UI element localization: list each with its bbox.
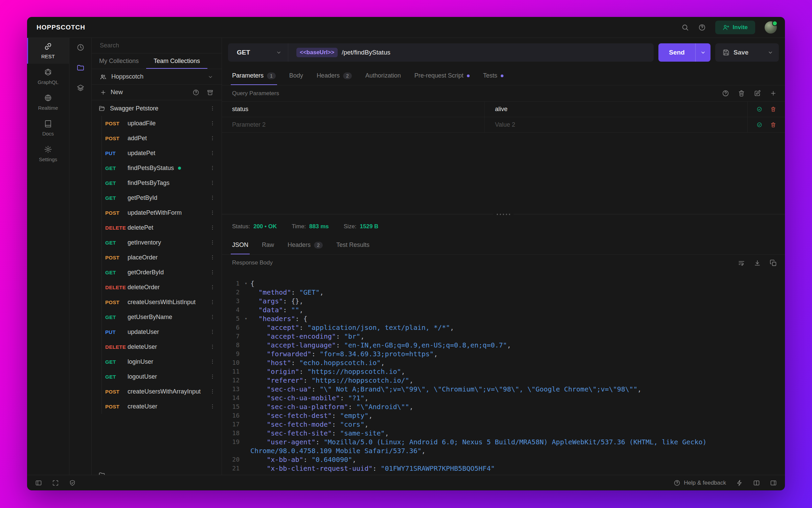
collections-tab-team-collections[interactable]: Team Collections bbox=[146, 54, 207, 69]
request-item-updatePet[interactable]: PUTupdatePet bbox=[92, 146, 222, 161]
url-input[interactable]: <<baseUrl>> /pet/findByStatus bbox=[288, 43, 654, 62]
request-item-deleteOrder[interactable]: DELETEdeleteOrder bbox=[92, 280, 222, 295]
kebab-menu-icon[interactable] bbox=[209, 135, 216, 141]
param-key-input[interactable]: status bbox=[222, 102, 485, 117]
shortcuts-icon[interactable] bbox=[736, 480, 743, 486]
kebab-menu-icon[interactable] bbox=[209, 225, 216, 231]
collection-folder[interactable]: Swagger Petstore bbox=[92, 101, 222, 116]
request-item-uploadFile[interactable]: POSTuploadFile bbox=[92, 116, 222, 131]
collections-search-input[interactable] bbox=[100, 42, 213, 49]
param-active-toggle-icon[interactable] bbox=[757, 106, 762, 113]
sidebar-toggle-icon[interactable] bbox=[35, 480, 42, 486]
request-item-getOrderById[interactable]: GETgetOrderById bbox=[92, 265, 222, 280]
kebab-menu-icon[interactable] bbox=[209, 284, 216, 290]
kebab-menu-icon[interactable] bbox=[209, 180, 216, 186]
request-tab-pre-request-script[interactable]: Pre-request Script bbox=[408, 66, 476, 85]
param-value-input[interactable]: alive bbox=[485, 102, 748, 117]
kebab-menu-icon[interactable] bbox=[209, 329, 216, 335]
response-code[interactable]: 1▾{2 "method": "GET",3 "args": {},4 "dat… bbox=[222, 271, 785, 475]
history-icon[interactable] bbox=[76, 43, 85, 51]
request-item-findPetsByTags[interactable]: GETfindPetsByTags bbox=[92, 175, 222, 190]
kebab-menu-icon[interactable] bbox=[209, 299, 216, 305]
request-item-deleteUser[interactable]: DELETEdeleteUser bbox=[92, 339, 222, 354]
send-options-button[interactable] bbox=[696, 43, 710, 62]
request-tab-authorization[interactable]: Authorization bbox=[359, 66, 408, 85]
bulk-edit-icon[interactable] bbox=[754, 90, 761, 97]
request-item-getUserByName[interactable]: GETgetUserByName bbox=[92, 310, 222, 324]
kebab-menu-icon[interactable] bbox=[209, 165, 216, 171]
nav-item-realtime[interactable]: Realtime bbox=[27, 89, 69, 115]
nav-item-rest[interactable]: REST bbox=[27, 38, 69, 64]
environments-icon[interactable] bbox=[76, 84, 85, 92]
param-key-input[interactable]: Parameter 2 bbox=[222, 117, 485, 132]
request-item-addPet[interactable]: POSTaddPet bbox=[92, 131, 222, 146]
pane-resizer[interactable] bbox=[222, 214, 785, 217]
kebab-menu-icon[interactable] bbox=[209, 195, 216, 201]
request-item-findPetsByStatus[interactable]: GETfindPetsByStatus bbox=[92, 161, 222, 175]
request-item-placeOrder[interactable]: POSTplaceOrder bbox=[92, 250, 222, 265]
avatar[interactable] bbox=[765, 21, 777, 34]
kebab-menu-icon[interactable] bbox=[209, 374, 216, 380]
send-button[interactable]: Send bbox=[658, 43, 696, 62]
request-item-getPetById[interactable]: GETgetPetById bbox=[92, 190, 222, 205]
copy-response-icon[interactable] bbox=[770, 259, 777, 267]
kebab-menu-icon[interactable] bbox=[209, 344, 216, 350]
request-tab-tests[interactable]: Tests bbox=[476, 66, 510, 85]
kebab-menu-icon[interactable] bbox=[209, 150, 216, 156]
request-tab-headers[interactable]: Headers2 bbox=[310, 66, 359, 85]
kebab-menu-icon[interactable] bbox=[209, 359, 216, 365]
request-item-createUsersWithArrayInput[interactable]: POSTcreateUsersWithArrayInput bbox=[92, 384, 222, 399]
request-item-deletePet[interactable]: DELETEdeletePet bbox=[92, 220, 222, 235]
request-item-createUsersWithListInput[interactable]: POSTcreateUsersWithListInput bbox=[92, 295, 222, 310]
nav-item-docs[interactable]: Docs bbox=[27, 115, 69, 141]
support-icon[interactable] bbox=[698, 24, 706, 31]
kebab-menu-icon[interactable] bbox=[209, 120, 216, 126]
save-button[interactable]: Save bbox=[715, 43, 779, 62]
download-response-icon[interactable] bbox=[754, 259, 761, 267]
search-icon[interactable] bbox=[681, 24, 689, 31]
request-item-logoutUser[interactable]: GETlogoutUser bbox=[92, 369, 222, 384]
request-tab-parameters[interactable]: Parameters1 bbox=[225, 66, 283, 85]
team-selector[interactable]: Hoppscotch bbox=[92, 69, 222, 85]
kebab-menu-icon[interactable] bbox=[209, 239, 216, 246]
kebab-menu-icon[interactable] bbox=[209, 403, 216, 409]
response-tab-test-results[interactable]: Test Results bbox=[330, 236, 376, 254]
clear-all-icon[interactable] bbox=[738, 90, 745, 97]
collection-folder-partial[interactable] bbox=[92, 467, 222, 475]
right-panel-toggle-icon[interactable] bbox=[770, 480, 777, 486]
request-item-updateUser[interactable]: PUTupdateUser bbox=[92, 324, 222, 339]
column-layout-icon[interactable] bbox=[753, 480, 760, 486]
response-tab-headers[interactable]: Headers2 bbox=[281, 236, 330, 254]
param-active-toggle-icon[interactable] bbox=[757, 121, 762, 128]
fold-caret-icon[interactable]: ▾ bbox=[242, 279, 250, 288]
import-export-icon[interactable] bbox=[207, 89, 213, 96]
param-value-input[interactable]: Value 2 bbox=[485, 117, 748, 132]
method-select[interactable]: GET bbox=[228, 43, 288, 62]
collections-icon[interactable] bbox=[76, 64, 85, 72]
response-tab-raw[interactable]: Raw bbox=[255, 236, 281, 254]
help-feedback-button[interactable]: Help & feedback bbox=[674, 480, 726, 486]
param-delete-icon[interactable] bbox=[770, 106, 776, 113]
kebab-menu-icon[interactable] bbox=[209, 314, 216, 320]
zen-mode-icon[interactable] bbox=[52, 480, 59, 486]
nav-item-settings[interactable]: Settings bbox=[27, 141, 69, 167]
request-tab-body[interactable]: Body bbox=[283, 66, 310, 85]
fold-caret-icon[interactable]: ▾ bbox=[242, 314, 250, 323]
new-collection-button[interactable]: New bbox=[100, 89, 123, 96]
request-item-updatePetWithForm[interactable]: POSTupdatePetWithForm bbox=[92, 205, 222, 220]
kebab-menu-icon[interactable] bbox=[209, 210, 216, 216]
kebab-menu-icon[interactable] bbox=[209, 388, 216, 395]
help-icon[interactable] bbox=[193, 89, 199, 96]
invite-button[interactable]: Invite bbox=[715, 21, 755, 34]
shield-check-icon[interactable] bbox=[69, 480, 76, 486]
help-icon[interactable] bbox=[722, 90, 729, 97]
nav-item-graphql[interactable]: GraphQL bbox=[27, 64, 69, 89]
kebab-menu-icon[interactable] bbox=[209, 269, 216, 275]
kebab-menu-icon[interactable] bbox=[209, 254, 216, 260]
add-param-icon[interactable] bbox=[770, 90, 777, 97]
request-item-createUser[interactable]: POSTcreateUser bbox=[92, 399, 222, 414]
wrap-lines-icon[interactable] bbox=[738, 259, 745, 267]
response-tab-json[interactable]: JSON bbox=[225, 236, 255, 254]
request-item-loginUser[interactable]: GETloginUser bbox=[92, 354, 222, 369]
collections-tab-my-collections[interactable]: My Collections bbox=[92, 54, 146, 69]
